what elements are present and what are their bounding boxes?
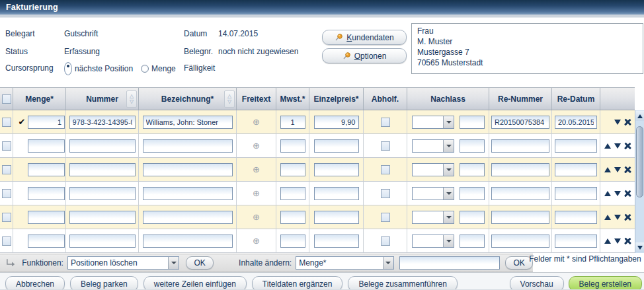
bezeichnung-input[interactable] <box>143 163 233 176</box>
funktionen-select[interactable]: Positionen löschen <box>67 256 179 270</box>
weitere-zeilen-einfuegen-button[interactable]: weitere Zeilen einfügen <box>143 276 247 290</box>
chevron-down-icon[interactable] <box>443 164 454 176</box>
re-datum-input[interactable] <box>555 235 597 248</box>
scrollbar-thumb[interactable] <box>636 126 643 198</box>
freitext-add-icon[interactable]: ⊕ <box>253 213 260 221</box>
select-all-checkbox[interactable] <box>2 94 11 104</box>
radio-naechste-position[interactable] <box>64 62 72 75</box>
beleg-parken-button[interactable]: Beleg parken <box>70 276 138 290</box>
radio-menge[interactable] <box>141 65 149 73</box>
nachlass-select[interactable] <box>412 163 454 176</box>
chevron-down-icon[interactable] <box>443 188 454 199</box>
chevron-down-icon[interactable] <box>168 257 179 269</box>
row-select-checkbox[interactable] <box>2 165 11 174</box>
row-select-checkbox[interactable] <box>2 189 11 198</box>
delete-row-icon[interactable] <box>624 213 631 221</box>
nummer-input[interactable] <box>69 187 136 200</box>
freitext-add-icon[interactable]: ⊕ <box>253 118 260 126</box>
funktionen-ok-button[interactable]: OK <box>186 256 214 270</box>
beleg-erstellen-button[interactable]: Beleg erstellen <box>569 276 642 290</box>
freitext-add-icon[interactable]: ⊕ <box>253 165 260 174</box>
re-nummer-input[interactable] <box>491 235 549 248</box>
optionen-button[interactable]: Optionen <box>322 48 407 63</box>
einzelpreis-input[interactable] <box>314 235 359 248</box>
nachlass-select[interactable] <box>412 235 454 248</box>
abholf-checkbox[interactable] <box>381 189 390 198</box>
move-up-icon[interactable] <box>604 143 611 149</box>
chevron-down-icon[interactable] <box>443 140 454 152</box>
menge-input[interactable] <box>28 211 65 224</box>
scroll-up-button[interactable] <box>635 111 644 121</box>
einzelpreis-input[interactable] <box>314 187 359 200</box>
nachlass-wert-input[interactable] <box>460 163 485 176</box>
move-down-icon[interactable] <box>614 120 621 125</box>
row-select-checkbox[interactable] <box>2 141 11 151</box>
freitext-add-icon[interactable]: ⊕ <box>253 189 260 198</box>
nachlass-wert-input[interactable] <box>460 116 485 129</box>
nachlass-wert-input[interactable] <box>460 139 485 153</box>
mwst-input[interactable] <box>280 235 305 248</box>
nachlass-select[interactable] <box>412 187 454 200</box>
einzelpreis-input[interactable] <box>314 211 359 224</box>
row-select-checkbox[interactable] <box>2 236 11 246</box>
menge-input[interactable] <box>28 116 65 129</box>
menge-input[interactable] <box>28 163 65 176</box>
chevron-down-icon[interactable] <box>443 116 454 128</box>
einzelpreis-input[interactable] <box>314 139 359 153</box>
delete-row-icon[interactable] <box>624 142 631 149</box>
nachlass-select[interactable] <box>412 116 454 129</box>
row-select-checkbox[interactable] <box>2 213 11 222</box>
bezeichnung-input[interactable] <box>143 116 233 129</box>
nummer-input[interactable] <box>69 235 136 248</box>
sort-down-icon[interactable]: ▽ <box>227 99 231 104</box>
inhalte-aendern-select[interactable]: Menge* <box>296 256 393 270</box>
menge-input[interactable] <box>28 235 65 248</box>
freitext-add-icon[interactable]: ⊕ <box>253 141 260 150</box>
nachlass-select[interactable] <box>412 139 454 153</box>
move-down-icon[interactable] <box>614 167 621 172</box>
move-down-icon[interactable] <box>614 143 621 149</box>
move-down-icon[interactable] <box>614 191 621 196</box>
bezeichnung-input[interactable] <box>143 187 233 200</box>
menge-input[interactable] <box>28 187 65 200</box>
re-datum-input[interactable] <box>555 187 597 200</box>
abholf-checkbox[interactable] <box>381 118 390 127</box>
abbrechen-button[interactable]: Abbrechen <box>5 276 65 290</box>
re-datum-input[interactable] <box>555 139 597 153</box>
mwst-input[interactable] <box>280 211 305 224</box>
inhalte-wert-input[interactable] <box>399 256 501 270</box>
titeldaten-ergaenzen-button[interactable]: Titeldaten ergänzen <box>252 276 343 290</box>
move-down-icon[interactable] <box>614 238 621 244</box>
move-up-icon[interactable] <box>604 191 611 196</box>
nummer-input[interactable] <box>69 163 136 176</box>
mwst-input[interactable] <box>280 116 305 129</box>
re-nummer-input[interactable] <box>491 163 549 176</box>
einzelpreis-input[interactable] <box>314 163 359 176</box>
scroll-down-button[interactable] <box>635 242 644 252</box>
belege-zusammenfuehren-button[interactable]: Belege zusammenführen <box>348 276 457 290</box>
re-datum-input[interactable] <box>555 116 597 129</box>
nummer-input[interactable] <box>69 211 136 224</box>
mwst-input[interactable] <box>280 187 305 200</box>
re-nummer-input[interactable] <box>491 187 549 200</box>
abholf-checkbox[interactable] <box>381 165 390 174</box>
sort-control-bezeichnung[interactable]: △▽ <box>224 91 235 108</box>
nachlass-select[interactable] <box>412 211 454 224</box>
kundendaten-button[interactable]: Kundendaten <box>322 30 407 45</box>
sort-control-nummer[interactable]: △▽ <box>126 91 137 108</box>
mwst-input[interactable] <box>280 163 305 176</box>
abholf-checkbox[interactable] <box>381 213 390 222</box>
chevron-down-icon[interactable] <box>443 235 454 247</box>
bezeichnung-input[interactable] <box>143 235 233 248</box>
delete-row-icon[interactable] <box>624 237 631 244</box>
vorschau-button[interactable]: Vorschau <box>510 276 564 290</box>
sort-down-icon[interactable]: ▽ <box>130 99 134 104</box>
move-up-icon[interactable] <box>604 215 611 220</box>
nachlass-wert-input[interactable] <box>460 187 485 200</box>
table-scrollbar[interactable] <box>635 110 644 253</box>
nachlass-wert-input[interactable] <box>460 211 485 224</box>
re-nummer-input[interactable] <box>491 116 549 129</box>
nachlass-wert-input[interactable] <box>460 235 485 248</box>
abholf-checkbox[interactable] <box>381 236 390 246</box>
chevron-down-icon[interactable] <box>383 257 393 269</box>
